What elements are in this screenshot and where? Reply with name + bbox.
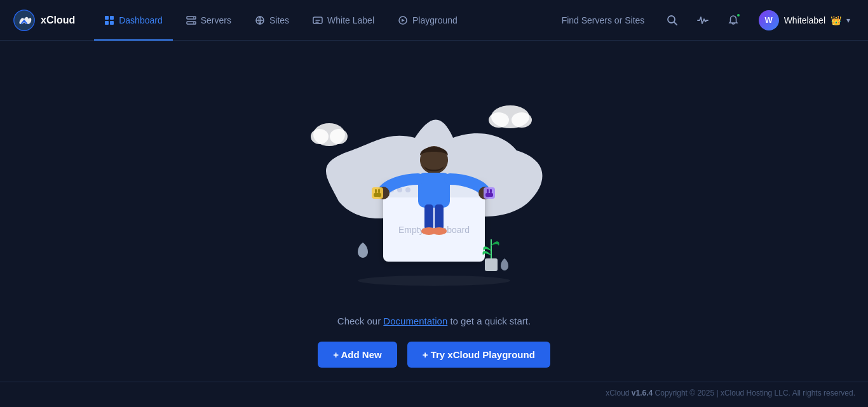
svg-rect-3 <box>105 21 109 25</box>
svg-rect-40 <box>490 189 492 193</box>
whitelabel-icon <box>313 15 323 25</box>
svg-rect-36 <box>378 189 380 193</box>
svg-point-12 <box>668 16 675 23</box>
search-icon <box>667 15 678 26</box>
sites-icon <box>255 15 265 25</box>
svg-rect-42 <box>485 258 498 271</box>
notification-dot <box>736 13 741 18</box>
nav-item-servers[interactable]: Servers <box>176 0 241 41</box>
cta-description: Check our Documentation to get a quick s… <box>337 316 531 326</box>
svg-rect-30 <box>424 204 433 230</box>
search-input[interactable] <box>562 15 657 25</box>
nav-label-playground: Playground <box>412 15 458 25</box>
search-box[interactable] <box>562 10 682 30</box>
playground-icon <box>398 15 408 25</box>
logo-text: xCloud <box>41 15 75 26</box>
main-content: Empty Dashboard <box>0 41 868 382</box>
notifications-button[interactable] <box>723 10 743 30</box>
add-new-button[interactable]: + Add New <box>318 342 397 368</box>
action-buttons: + Add New + Try xCloud Playground <box>318 342 550 368</box>
svg-rect-37 <box>374 193 381 197</box>
nav-links: Dashboard Servers Sites <box>94 0 561 41</box>
svg-point-43 <box>358 276 510 286</box>
nav-item-playground[interactable]: Playground <box>388 0 468 41</box>
user-menu[interactable]: W Whitelabel 👑 ▾ <box>754 8 855 33</box>
illustration-svg: Empty Dashboard <box>275 62 593 303</box>
svg-point-24 <box>405 187 410 192</box>
svg-rect-39 <box>487 189 489 193</box>
svg-point-7 <box>193 17 194 18</box>
search-button[interactable] <box>662 10 682 30</box>
username: Whitelabel <box>784 15 825 25</box>
svg-point-14 <box>311 129 329 144</box>
footer-text: xCloud v1.6.4 Copyright © 2025 | xCloud … <box>606 389 855 397</box>
avatar: W <box>759 10 779 30</box>
svg-point-8 <box>193 22 194 23</box>
documentation-link[interactable]: Documentation <box>383 316 447 326</box>
nav-label-whitelabel: White Label <box>327 15 374 25</box>
nav-label-sites: Sites <box>269 15 289 25</box>
svg-rect-35 <box>375 189 377 193</box>
footer: xCloud v1.6.4 Copyright © 2025 | xCloud … <box>0 382 868 404</box>
nav-item-sites[interactable]: Sites <box>245 0 299 41</box>
nav-item-dashboard[interactable]: Dashboard <box>94 0 173 41</box>
logo-icon <box>13 9 36 32</box>
nav-right: W Whitelabel 👑 ▾ <box>562 8 855 33</box>
illustration: Empty Dashboard <box>275 62 593 303</box>
svg-point-15 <box>330 129 348 144</box>
svg-rect-4 <box>110 21 114 25</box>
activity-icon <box>697 15 709 26</box>
svg-point-33 <box>431 227 447 235</box>
chevron-down-icon: ▾ <box>846 16 850 25</box>
servers-icon <box>186 15 196 25</box>
svg-rect-1 <box>105 16 109 20</box>
nav-label-dashboard: Dashboard <box>119 15 163 25</box>
nav-item-whitelabel[interactable]: White Label <box>302 0 384 41</box>
nav-label-servers: Servers <box>201 15 231 25</box>
svg-point-17 <box>489 112 509 128</box>
logo[interactable]: xCloud <box>13 9 75 32</box>
activity-button[interactable] <box>693 10 713 30</box>
svg-point-18 <box>512 112 532 128</box>
try-playground-button[interactable]: + Try xCloud Playground <box>407 342 550 368</box>
dashboard-icon <box>104 15 114 25</box>
crown-icon: 👑 <box>831 15 841 25</box>
svg-rect-2 <box>110 16 114 20</box>
navbar: xCloud Dashboard Servers <box>0 0 868 41</box>
svg-rect-41 <box>485 193 493 197</box>
svg-rect-31 <box>435 204 444 230</box>
